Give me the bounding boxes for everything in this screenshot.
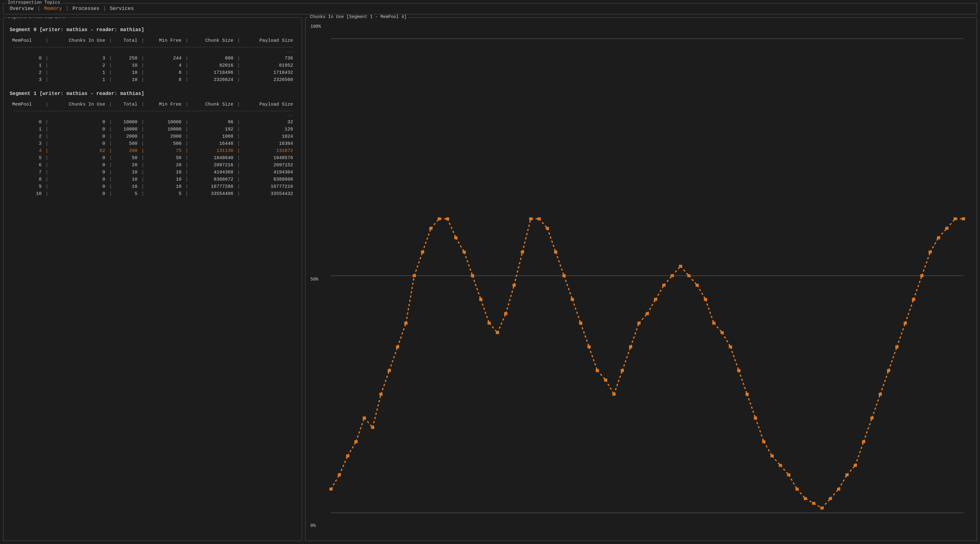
svg-line-70 bbox=[606, 380, 614, 394]
svg-line-138 bbox=[888, 347, 897, 371]
svg-line-144 bbox=[914, 275, 922, 299]
table-row: 6|0|20|20|2097216|2097152 bbox=[10, 162, 296, 169]
svg-line-72 bbox=[614, 371, 622, 394]
svg-line-106 bbox=[756, 418, 764, 442]
nav-tabs: Overview | Memory | Processes | Services bbox=[7, 5, 973, 12]
svg-line-22 bbox=[406, 275, 414, 323]
svg-line-100 bbox=[730, 347, 739, 371]
svg-line-60 bbox=[564, 275, 573, 299]
chart-label-0: 0% bbox=[310, 523, 316, 528]
svg-line-20 bbox=[398, 323, 406, 347]
svg-line-34 bbox=[456, 238, 464, 252]
svg-line-66 bbox=[589, 347, 597, 371]
nav-section: Introspection Topics Overview | Memory |… bbox=[3, 3, 977, 14]
svg-line-18 bbox=[389, 347, 398, 371]
tab-memory[interactable]: Memory bbox=[41, 5, 64, 12]
tab-processes[interactable]: Processes bbox=[70, 5, 102, 12]
svg-line-82 bbox=[655, 285, 664, 299]
app-wrapper: Introspection Topics Overview | Memory |… bbox=[0, 0, 980, 544]
col-total-1: Total bbox=[113, 101, 140, 108]
table-row: 2|0|2000|2000|1088|1024 bbox=[10, 133, 296, 140]
segment-0-header: Segment 0 [writer: mathias - reader: mat… bbox=[10, 27, 296, 33]
svg-line-58 bbox=[556, 252, 564, 275]
svg-line-48 bbox=[514, 252, 523, 285]
svg-line-76 bbox=[631, 323, 639, 347]
left-panel: Segment & MemPool Info Segment 0 [writer… bbox=[3, 17, 302, 541]
svg-line-102 bbox=[739, 371, 747, 394]
col-mempool-0: MemPool bbox=[10, 37, 44, 44]
table-row: 3|1|10|8|2326624|2326560 bbox=[10, 76, 296, 83]
svg-line-98 bbox=[722, 332, 730, 347]
col-total-0: Total bbox=[113, 37, 140, 44]
svg-line-46 bbox=[506, 285, 514, 313]
sep-3: | bbox=[103, 6, 106, 11]
svg-line-24 bbox=[414, 252, 423, 275]
chart-svg bbox=[323, 32, 972, 534]
svg-line-92 bbox=[697, 285, 706, 299]
table-row: 1|0|10000|10000|192|128 bbox=[10, 126, 296, 133]
svg-line-16 bbox=[381, 371, 389, 394]
right-panel: Chunks In Use [Segment 1 - MemPool 4] 10… bbox=[305, 17, 977, 541]
svg-line-130 bbox=[856, 442, 864, 465]
col-chunks-1: Chunks In Use bbox=[50, 101, 108, 108]
table-row: 1|2|10|4|82016|81952 bbox=[10, 62, 296, 69]
col-chunksize-0: Chunk Size bbox=[190, 37, 236, 44]
left-panel-title: Segment & MemPool Info bbox=[6, 17, 67, 19]
table-row: 2|1|10|8|1718496|1718432 bbox=[10, 69, 296, 76]
svg-line-136 bbox=[880, 371, 889, 394]
col-mempool-1: MemPool bbox=[10, 101, 44, 108]
svg-line-74 bbox=[622, 347, 631, 371]
svg-line-36 bbox=[464, 252, 473, 275]
right-panel-title: Chunks In Use [Segment 1 - MemPool 4] bbox=[309, 14, 408, 19]
svg-line-50 bbox=[523, 219, 531, 252]
sep-2: | bbox=[66, 6, 69, 11]
svg-line-80 bbox=[648, 299, 656, 314]
svg-line-126 bbox=[838, 475, 847, 489]
svg-line-148 bbox=[930, 238, 939, 252]
svg-line-94 bbox=[706, 299, 714, 323]
table-row: 10|0|5|5|33554496|33554432 bbox=[10, 190, 296, 197]
table-row: 5|0|50|50|1048640|1048576 bbox=[10, 154, 296, 162]
svg-line-44 bbox=[497, 313, 506, 332]
col-chunksize-1: Chunk Size bbox=[190, 101, 236, 108]
svg-line-10 bbox=[356, 418, 364, 442]
table-row: 7|0|10|10|4194368|4194304 bbox=[10, 169, 296, 176]
col-minfree-0: Min Free bbox=[146, 37, 184, 44]
table-row: 3|0|500|500|16448|16384 bbox=[10, 140, 296, 147]
nav-section-title: Introspection Topics bbox=[6, 0, 61, 5]
svg-line-26 bbox=[423, 228, 431, 252]
svg-line-146 bbox=[922, 252, 930, 275]
col-payload-1: Payload Size bbox=[241, 101, 296, 108]
svg-line-132 bbox=[864, 418, 872, 442]
segment-1-table: MemPool | Chunks In Use | Total | Min Fr… bbox=[10, 101, 296, 197]
svg-line-8 bbox=[348, 442, 356, 456]
svg-line-32 bbox=[447, 219, 456, 238]
tab-services[interactable]: Services bbox=[107, 5, 137, 12]
svg-line-40 bbox=[481, 299, 489, 323]
chart-label-100: 100% bbox=[310, 24, 972, 29]
svg-line-134 bbox=[872, 394, 880, 418]
svg-line-140 bbox=[897, 323, 905, 347]
table-row: 4|62|200|75|131136|131072 bbox=[10, 147, 296, 154]
col-minfree-1: Min Free bbox=[146, 101, 184, 108]
svg-rect-155 bbox=[962, 217, 965, 220]
col-chunks-0: Chunks In Use bbox=[50, 37, 108, 44]
table-row: 9|0|10|10|16777280|16777216 bbox=[10, 183, 296, 190]
table-row: 8|0|10|10|8388672|8388608 bbox=[10, 176, 296, 183]
svg-line-38 bbox=[473, 275, 481, 299]
tab-overview[interactable]: Overview bbox=[7, 5, 36, 12]
svg-line-56 bbox=[547, 228, 556, 252]
segment-1-header: Segment 1 [writer: mathias - reader: mat… bbox=[10, 91, 296, 97]
svg-line-108 bbox=[764, 442, 772, 456]
main-content: Segment & MemPool Info Segment 0 [writer… bbox=[3, 17, 977, 541]
svg-line-114 bbox=[789, 475, 797, 489]
svg-line-64 bbox=[581, 323, 589, 347]
table-row: 0|3|250|244|800|736 bbox=[10, 55, 296, 62]
col-payload-0: Payload Size bbox=[241, 37, 296, 44]
svg-line-4 bbox=[331, 475, 339, 489]
svg-line-142 bbox=[905, 299, 914, 323]
sep-1: | bbox=[37, 6, 40, 11]
table-row: 0|0|10000|10000|96|32 bbox=[10, 119, 296, 126]
svg-line-6 bbox=[339, 456, 348, 475]
chart-label-50: 50% bbox=[310, 277, 318, 282]
